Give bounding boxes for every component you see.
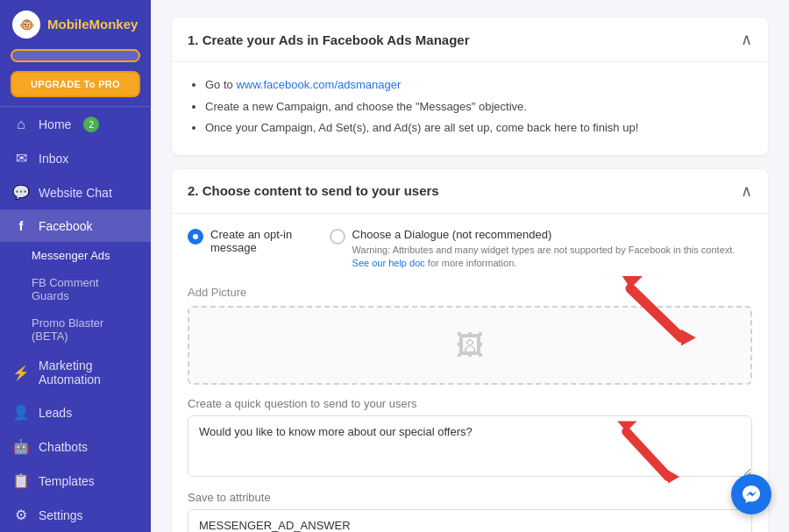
logo-icon: 🐵 (12, 11, 40, 39)
sidebar-item-chatbots[interactable]: 🤖 Chatbots (0, 429, 151, 464)
radio-opt-in-label: Create an opt-in message (210, 228, 302, 254)
radio-options: Create an opt-in message Choose a Dialog… (188, 228, 752, 271)
radio-dialogue[interactable]: Choose a Dialogue (not recommended) Warn… (330, 228, 752, 271)
section-2-header: 2. Choose content to send to your users … (172, 169, 768, 214)
picture-upload-area[interactable]: 🖼 (188, 306, 752, 385)
add-picture-label: Add Picture (188, 286, 752, 299)
quick-question-label: Create a quick question to send to your … (188, 397, 752, 410)
radio-opt-in[interactable]: Create an opt-in message (188, 228, 302, 271)
sidebar-header: 🐵 MobileMonkey (0, 0, 151, 46)
sidebar-sub-fb-comment-guards[interactable]: FB Comment Guards (0, 269, 151, 309)
sidebar-item-inbox[interactable]: ✉ Inbox (0, 141, 151, 175)
upgrade-button[interactable]: UPGRADE To PRO (11, 71, 140, 97)
section-1-body: Go to www.facebook.com/adsmanager Create… (172, 62, 768, 155)
templates-icon: 📋 (12, 472, 30, 489)
section-2-body: Create an opt-in message Choose a Dialog… (172, 214, 768, 533)
facebook-icon: f (12, 218, 30, 233)
sidebar-label-templates: Templates (39, 474, 95, 488)
logo-mobile: Mobile (47, 17, 89, 32)
chatbots-icon: 🤖 (12, 438, 30, 455)
sidebar-item-templates[interactable]: 📋 Templates (0, 464, 151, 498)
sidebar-item-website-chat[interactable]: 💬 Website Chat (0, 175, 151, 209)
bullet-1-prefix: Go to (205, 78, 236, 91)
sidebar-sub-label-fb-comment-guards: FB Comment Guards (32, 276, 139, 302)
radio-opt-in-circle (188, 229, 203, 245)
sidebar-item-leads[interactable]: 👤 Leads (0, 395, 151, 429)
section-2-title: 2. Choose content to send to your users (188, 183, 439, 198)
sidebar-sub-label-messenger-ads: Messenger Ads (32, 249, 110, 262)
section-1: 1. Create your Ads in Facebook Ads Manag… (172, 18, 768, 155)
fab-messenger-button[interactable] (731, 474, 771, 514)
image-placeholder-icon: 🖼 (456, 330, 484, 362)
sidebar-item-settings[interactable]: ⚙ Settings (0, 498, 151, 532)
sidebar-label-website-chat: Website Chat (39, 186, 112, 200)
leads-icon: 👤 (12, 404, 30, 421)
sidebar-label-chatbots: Chatbots (39, 440, 88, 454)
sidebar-label-marketing-automation: Marketing Automation (39, 358, 139, 387)
section-2-collapse[interactable]: ∧ (741, 181, 752, 201)
save-attr-label: Save to attribute (188, 491, 752, 504)
attr-select[interactable]: MESSENGER_AD_ANSWER (188, 509, 752, 532)
sidebar-label-inbox: Inbox (39, 152, 68, 166)
sidebar: 🐵 MobileMonkey UPGRADE To PRO ⌂ Home 2 ✉… (0, 0, 151, 532)
section-1-bullets: Go to www.facebook.com/adsmanager Create… (188, 76, 752, 137)
adsmanager-link[interactable]: www.facebook.com/adsmanager (236, 78, 401, 91)
sidebar-sub-promo-blaster[interactable]: Promo Blaster (BETA) (0, 309, 151, 350)
home-badge: 2 (83, 117, 99, 132)
sidebar-label-settings: Settings (39, 508, 83, 522)
bullet-2: Create a new Campaign, and choose the "M… (205, 98, 752, 116)
inbox-icon: ✉ (12, 150, 30, 167)
sidebar-item-home[interactable]: ⌂ Home 2 (0, 108, 151, 141)
logo-text: MobileMonkey (47, 18, 138, 32)
radio-dialogue-labels: Choose a Dialogue (not recommended) Warn… (352, 228, 752, 271)
logo-monkey: Monkey (89, 17, 139, 32)
marketing-automation-icon: ⚡ (12, 365, 30, 381)
search-bar[interactable] (11, 49, 140, 62)
section-1-title: 1. Create your Ads in Facebook Ads Manag… (188, 32, 469, 47)
settings-icon: ⚙ (12, 507, 30, 523)
website-chat-icon: 💬 (12, 184, 30, 201)
radio-dialogue-circle (330, 229, 345, 245)
sidebar-item-facebook[interactable]: f Facebook (0, 209, 151, 242)
section-2: 2. Choose content to send to your users … (172, 169, 768, 533)
sidebar-label-home: Home (39, 117, 71, 131)
quick-question-textarea[interactable] (188, 415, 752, 477)
bullet-1: Go to www.facebook.com/adsmanager (205, 76, 752, 94)
radio-warning-text: Warning: Attributes and many widget type… (352, 245, 736, 255)
sidebar-sub-label-promo-blaster: Promo Blaster (BETA) (32, 316, 139, 343)
sidebar-sub-messenger-ads[interactable]: Messenger Ads (0, 242, 151, 269)
home-icon: ⌂ (12, 117, 30, 132)
section-1-header: 1. Create your Ads in Facebook Ads Manag… (172, 18, 768, 62)
section-1-collapse[interactable]: ∧ (741, 30, 752, 49)
bullet-3: Once your Campaign, Ad Set(s), and Ad(s)… (205, 119, 752, 137)
messenger-fab-icon (741, 484, 762, 505)
sidebar-item-marketing-automation[interactable]: ⚡ Marketing Automation (0, 350, 151, 395)
sidebar-label-leads: Leads (39, 406, 72, 420)
main-content: 1. Create your Ads in Facebook Ads Manag… (151, 0, 789, 532)
help-doc-suffix: for more information. (428, 258, 516, 268)
sidebar-label-facebook: Facebook (39, 219, 92, 233)
help-doc-link[interactable]: See our help doc (352, 258, 425, 268)
